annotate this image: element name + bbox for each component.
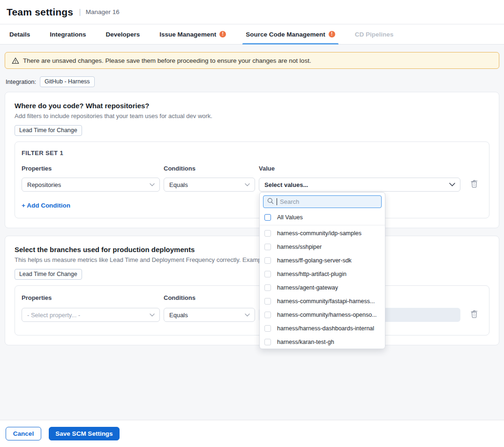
- scm-settings-content: There are unsaved changes. Please save t…: [0, 45, 504, 345]
- search-input[interactable]: Search: [263, 195, 382, 208]
- repositories-card-title: Where do you code? What repositories?: [15, 102, 489, 110]
- repo-option[interactable]: harness/ff-golang-server-sdk: [260, 253, 385, 267]
- checkbox-icon[interactable]: [264, 339, 271, 345]
- repo-option[interactable]: harness/agent-gateway: [260, 281, 385, 294]
- checkbox-icon[interactable]: [264, 230, 271, 237]
- search-icon: [267, 198, 274, 206]
- repo-option[interactable]: harness/http-artifact-plugin: [260, 267, 385, 281]
- warning-badge-icon: !: [219, 31, 226, 37]
- footer-action-bar: Cancel Save SCM Settings: [0, 420, 504, 447]
- team-name: Manager 16: [86, 8, 120, 15]
- chevron-down-icon: [449, 183, 455, 186]
- lead-time-chip: Lead Time for Change: [15, 125, 82, 136]
- repo-option[interactable]: harness/harness-dashboards-internal: [260, 321, 385, 335]
- repo-option-clipped[interactable]: harness/integrations-dashboard: [260, 349, 385, 349]
- settings-tab-bar: Details Integrations Developers Issue Ma…: [0, 24, 504, 45]
- repo-option[interactable]: harness-community/fastapi-harness...: [260, 294, 385, 308]
- unsaved-changes-banner: There are unsaved changes. Please save t…: [5, 52, 499, 69]
- delete-condition-button[interactable]: [470, 179, 479, 190]
- tab-issue-management[interactable]: Issue Management !: [159, 24, 226, 44]
- checkbox-icon[interactable]: [264, 244, 271, 250]
- integration-row: Integration: GitHub - Harness: [6, 76, 498, 87]
- checkbox-icon[interactable]: [264, 214, 271, 221]
- tab-cd-pipelines: CD Pipelines: [355, 24, 394, 44]
- search-placeholder: Search: [280, 198, 299, 205]
- trash-icon: [471, 310, 478, 320]
- value-dropdown-popover: Search All Values harness-community/idp-…: [259, 192, 385, 349]
- checkbox-icon[interactable]: [264, 298, 271, 305]
- trash-icon: [471, 180, 478, 189]
- conditions-select[interactable]: Equals: [164, 178, 255, 192]
- title-separator: |: [79, 7, 81, 17]
- checkbox-icon[interactable]: [264, 312, 271, 318]
- integration-label: Integration:: [6, 78, 36, 85]
- branches-card-subtitle: This helps us measure metrics like Lead …: [15, 256, 489, 263]
- chevron-down-icon: [150, 183, 155, 186]
- chevron-down-icon: [150, 313, 155, 317]
- branches-card: Select the branches used for production …: [5, 236, 499, 345]
- conditions-column-label: Conditions: [164, 165, 255, 172]
- tab-integrations[interactable]: Integrations: [50, 24, 86, 44]
- option-all-values[interactable]: All Values: [260, 210, 385, 224]
- branch-conditions-select[interactable]: Equals: [164, 308, 255, 322]
- properties-column-label: Properties: [22, 165, 160, 172]
- checkbox-icon[interactable]: [264, 284, 271, 291]
- filter-set-label: FILTER SET 1: [22, 149, 482, 156]
- page-title: Team settings: [7, 7, 73, 18]
- list-divider: [260, 225, 385, 225]
- save-scm-settings-button[interactable]: Save SCM Settings: [49, 427, 120, 440]
- filter-set-panel: FILTER SET 1 Properties Conditions Value…: [15, 142, 489, 218]
- page-header: Team settings | Manager 16: [0, 0, 504, 24]
- chevron-down-icon: [245, 183, 250, 186]
- properties-column-label: Properties: [22, 294, 160, 301]
- checkbox-icon[interactable]: [264, 271, 271, 277]
- add-condition-button[interactable]: + Add Condition: [22, 202, 70, 209]
- checkbox-icon[interactable]: [264, 325, 271, 332]
- repo-option[interactable]: harness/karan-test-gh: [260, 335, 385, 349]
- tab-developers[interactable]: Developers: [106, 24, 140, 44]
- chevron-down-icon: [245, 313, 250, 317]
- cancel-button[interactable]: Cancel: [6, 427, 41, 440]
- branch-filter-panel: Properties Conditions - Select property.…: [15, 285, 489, 335]
- integration-chip: GitHub - Harness: [40, 76, 95, 87]
- unsaved-changes-text: There are unsaved changes. Please save t…: [23, 57, 311, 64]
- delete-condition-button[interactable]: [470, 309, 479, 320]
- tab-source-code-management[interactable]: Source Code Management !: [246, 24, 335, 44]
- warning-triangle-icon: [12, 57, 19, 64]
- warning-badge-icon: !: [329, 31, 335, 37]
- text-cursor: [277, 198, 277, 205]
- repo-option[interactable]: harness-community/harness-openso...: [260, 308, 385, 321]
- tab-details[interactable]: Details: [9, 24, 30, 44]
- lead-time-chip: Lead Time for Change: [15, 269, 82, 280]
- value-multiselect[interactable]: Select values...: [259, 178, 460, 192]
- repositories-card-subtitle: Add filters to include repositories that…: [15, 112, 489, 119]
- conditions-column-label: Conditions: [164, 294, 255, 301]
- checkbox-icon[interactable]: [264, 257, 271, 264]
- repo-option[interactable]: harness-community/idp-samples: [260, 226, 385, 240]
- properties-select[interactable]: Repositories: [22, 178, 160, 192]
- repo-option[interactable]: harness/sshpiper: [260, 240, 385, 253]
- branch-properties-select[interactable]: - Select property... -: [22, 308, 160, 322]
- value-column-label: Value: [259, 165, 460, 172]
- repositories-card: Where do you code? What repositories? Ad…: [5, 92, 499, 228]
- branches-card-title: Select the branches used for production …: [15, 246, 489, 253]
